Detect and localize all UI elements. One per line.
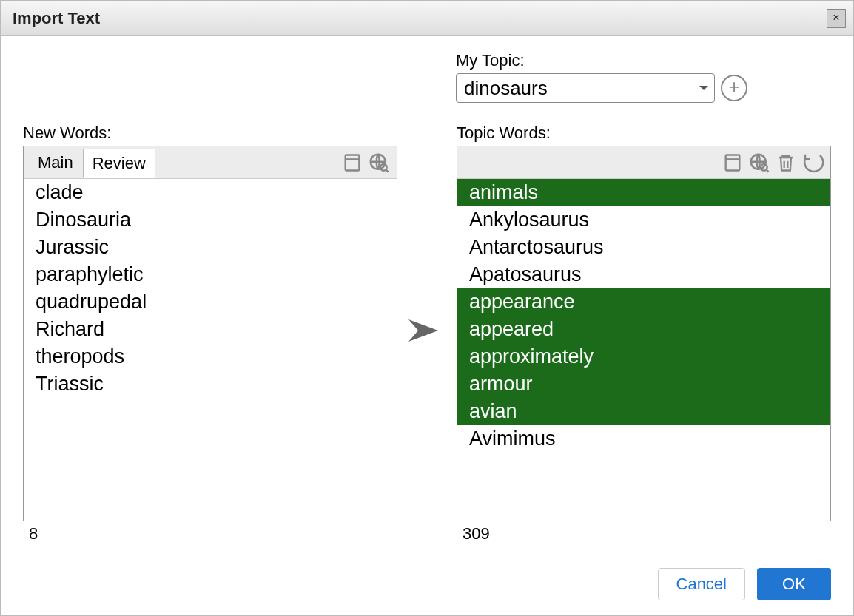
tab-main[interactable]: Main xyxy=(28,148,83,177)
topic-section: My Topic: dinosaurs + xyxy=(456,51,831,103)
plus-icon: + xyxy=(728,75,739,98)
close-button[interactable]: × xyxy=(827,9,846,28)
topic-select-value: dinosaurs xyxy=(464,77,548,100)
web-search-button[interactable] xyxy=(366,149,392,176)
trash-icon xyxy=(776,152,796,173)
list-item[interactable]: Richard xyxy=(24,316,397,343)
list-item[interactable]: paraphyletic xyxy=(24,261,397,288)
delete-button[interactable] xyxy=(773,149,799,176)
move-right-button[interactable] xyxy=(405,308,449,353)
list-item[interactable]: theropods xyxy=(24,343,397,370)
dialog-content: My Topic: dinosaurs + New Words: Ma xyxy=(1,36,853,553)
topic-select-row: dinosaurs + xyxy=(456,73,831,103)
svg-line-9 xyxy=(767,170,769,172)
list-item[interactable]: Ankylosaurus xyxy=(457,206,830,234)
add-topic-button[interactable]: + xyxy=(721,75,747,101)
list-item[interactable]: Dinosauria xyxy=(24,206,397,234)
lists-row: New Words: Main Review cladeDinosauriaJu xyxy=(23,123,831,544)
list-item[interactable]: animals xyxy=(457,179,830,206)
new-words-label: New Words: xyxy=(23,123,397,143)
new-words-column: New Words: Main Review cladeDinosauriaJu xyxy=(23,123,397,544)
book-icon xyxy=(722,152,743,173)
list-item[interactable]: avian xyxy=(457,398,830,425)
import-text-dialog: Import Text × My Topic: dinosaurs + xyxy=(0,0,854,616)
topic-words-toolbar xyxy=(457,146,830,179)
titlebar: Import Text × xyxy=(1,1,853,36)
topic-words-panel: animalsAnkylosaurusAntarctosaurusApatosa… xyxy=(457,146,831,521)
list-item[interactable]: clade xyxy=(24,179,397,206)
chevron-down-icon xyxy=(699,86,708,90)
undo-button[interactable] xyxy=(799,149,826,176)
svg-rect-0 xyxy=(346,155,360,170)
list-item[interactable]: appearance xyxy=(457,288,830,316)
topic-label: My Topic: xyxy=(456,51,831,70)
new-words-panel: Main Review cladeDinosauriaJurassicparap… xyxy=(23,146,397,521)
button-row: Cancel OK xyxy=(1,553,853,615)
list-item[interactable]: quadrupedal xyxy=(24,288,397,316)
list-item[interactable]: approximately xyxy=(457,343,830,370)
topic-words-list[interactable]: animalsAnkylosaurusAntarctosaurusApatosa… xyxy=(457,179,830,521)
topic-words-label: Topic Words: xyxy=(457,123,831,143)
new-words-list[interactable]: cladeDinosauriaJurassicparaphyleticquadr… xyxy=(24,179,397,521)
dialog-title: Import Text xyxy=(8,9,100,28)
dictionary-button-right[interactable] xyxy=(719,149,746,176)
close-icon: × xyxy=(833,11,839,24)
globe-search-icon xyxy=(368,152,390,174)
topic-words-count: 309 xyxy=(457,521,831,544)
dictionary-button[interactable] xyxy=(339,149,366,176)
svg-line-4 xyxy=(386,170,389,172)
list-item[interactable]: armour xyxy=(457,370,830,398)
tab-review[interactable]: Review xyxy=(83,149,155,178)
ok-button[interactable]: OK xyxy=(757,568,831,600)
top-row: My Topic: dinosaurs + xyxy=(23,51,831,103)
topic-select[interactable]: dinosaurs xyxy=(456,73,715,103)
cancel-button[interactable]: Cancel xyxy=(658,568,745,600)
topic-words-column: Topic Words: xyxy=(457,123,831,544)
new-words-count: 8 xyxy=(23,521,397,544)
undo-icon xyxy=(801,152,824,174)
list-item[interactable]: appeared xyxy=(457,316,830,343)
svg-rect-5 xyxy=(726,155,740,170)
list-item[interactable]: Avimimus xyxy=(457,425,830,453)
globe-search-icon xyxy=(748,152,770,174)
list-item[interactable]: Jurassic xyxy=(24,234,397,261)
book-icon xyxy=(342,152,363,173)
list-item[interactable]: Triassic xyxy=(24,370,397,398)
list-item[interactable]: Antarctosaurus xyxy=(457,234,830,261)
arrow-column xyxy=(397,123,457,353)
list-item[interactable]: Apatosaurus xyxy=(457,261,830,288)
new-words-toolbar: Main Review xyxy=(24,146,397,179)
web-search-button-right[interactable] xyxy=(746,149,773,176)
